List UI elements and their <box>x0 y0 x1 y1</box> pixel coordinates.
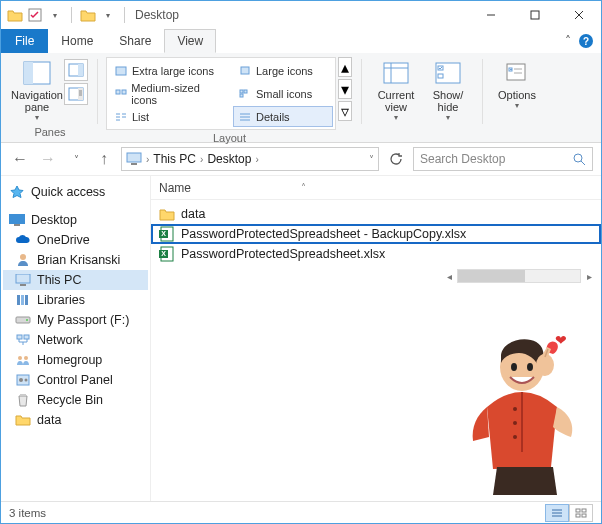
svg-point-36 <box>18 356 22 360</box>
svg-text:X: X <box>161 250 166 257</box>
nav-controlpanel[interactable]: Control Panel <box>3 370 148 390</box>
nav-onedrive[interactable]: OneDrive <box>3 230 148 250</box>
search-input[interactable]: Search Desktop <box>413 147 593 171</box>
user-icon <box>15 253 31 267</box>
svg-point-52 <box>513 407 517 411</box>
crumb-thispc[interactable]: This PC <box>153 152 196 166</box>
svg-rect-12 <box>240 90 243 93</box>
svg-point-50 <box>511 363 517 371</box>
back-button[interactable]: ← <box>9 148 31 170</box>
nav-thispc[interactable]: This PC <box>3 270 148 290</box>
svg-rect-8 <box>116 67 126 75</box>
crumb-desktop[interactable]: Desktop <box>207 152 251 166</box>
nav-data[interactable]: data <box>3 410 148 430</box>
minimize-button[interactable] <box>469 1 513 29</box>
desktop-icon <box>9 213 25 227</box>
assistant-character: ❤ <box>437 317 597 497</box>
chevron-down-icon[interactable]: ▾ <box>47 7 63 23</box>
file-row-folder[interactable]: data <box>151 204 601 224</box>
svg-point-49 <box>500 343 544 391</box>
layout-expand[interactable]: ▿ <box>338 101 352 121</box>
svg-point-26 <box>20 254 26 260</box>
svg-rect-30 <box>21 295 24 305</box>
nav-drive[interactable]: My Passport (F:) <box>3 310 148 330</box>
svg-point-23 <box>574 154 582 162</box>
layout-medium[interactable]: Medium-sized icons <box>109 83 229 104</box>
svg-point-55 <box>536 354 554 376</box>
svg-rect-59 <box>582 514 586 517</box>
layout-list[interactable]: List <box>109 106 229 127</box>
column-header-name[interactable]: Name ˄ <box>151 176 601 200</box>
svg-rect-25 <box>14 224 20 226</box>
layout-large[interactable]: Large icons <box>233 60 333 81</box>
nav-libraries[interactable]: Libraries <box>3 290 148 310</box>
tab-file[interactable]: File <box>1 29 48 53</box>
folder-icon <box>80 7 96 23</box>
libraries-icon <box>15 293 31 307</box>
svg-rect-24 <box>9 214 25 224</box>
file-row-xlsx-backup[interactable]: X PasswordProtectedSpreadsheet - BackupC… <box>151 224 601 244</box>
svg-rect-19 <box>507 64 525 80</box>
star-icon <box>9 185 25 199</box>
tab-share[interactable]: Share <box>106 29 164 53</box>
help-icon[interactable]: ? <box>579 34 593 48</box>
chevron-down-icon[interactable]: ▾ <box>100 7 116 23</box>
properties-icon[interactable] <box>27 7 43 23</box>
show-hide-icon <box>432 59 464 87</box>
layout-details[interactable]: Details <box>233 106 333 127</box>
navigation-pane-button[interactable]: Navigation pane ▾ <box>11 57 63 124</box>
svg-rect-57 <box>582 509 586 512</box>
address-dropdown[interactable]: ˅ <box>369 154 374 165</box>
layout-scroll-up[interactable]: ▴ <box>338 57 352 77</box>
nav-network[interactable]: Network <box>3 330 148 350</box>
up-button[interactable]: ↑ <box>93 148 115 170</box>
layout-small[interactable]: Small icons <box>233 83 333 104</box>
nav-homegroup[interactable]: Homegroup <box>3 350 148 370</box>
show-hide-button[interactable]: Show/ hide ▾ <box>422 57 474 124</box>
nav-desktop[interactable]: Desktop <box>3 210 148 230</box>
preview-pane-button[interactable] <box>64 59 88 81</box>
collapse-ribbon-icon[interactable]: ˄ <box>565 34 571 48</box>
nav-user[interactable]: Brian Krisanski <box>3 250 148 270</box>
excel-icon: X <box>159 246 175 262</box>
tab-view[interactable]: View <box>164 29 216 53</box>
network-icon <box>15 333 31 347</box>
file-row-xlsx[interactable]: X PasswordProtectedSpreadsheet.xlsx <box>151 244 601 264</box>
svg-point-33 <box>26 319 28 321</box>
nav-quick-access[interactable]: Quick access <box>3 182 148 202</box>
controlpanel-icon <box>15 373 31 387</box>
options-icon <box>501 59 533 87</box>
sort-indicator-icon: ˄ <box>301 182 306 193</box>
navigation-pane[interactable]: Quick access Desktop OneDrive Brian Kris… <box>1 176 151 501</box>
maximize-button[interactable] <box>513 1 557 29</box>
scroll-thumb[interactable] <box>458 270 525 282</box>
nav-recyclebin[interactable]: Recycle Bin <box>3 390 148 410</box>
forward-button[interactable]: → <box>37 148 59 170</box>
pc-icon <box>126 152 142 166</box>
svg-rect-58 <box>576 514 580 517</box>
svg-rect-5 <box>78 64 83 76</box>
view-thumbnails-button[interactable] <box>569 504 593 522</box>
layout-extra-large[interactable]: Extra large icons <box>109 60 229 81</box>
scroll-left[interactable]: ◂ <box>441 269 457 283</box>
svg-rect-1 <box>531 11 539 19</box>
close-button[interactable] <box>557 1 601 29</box>
scroll-right[interactable]: ▸ <box>581 269 597 283</box>
layout-scroll-down[interactable]: ▾ <box>338 79 352 99</box>
horizontal-scrollbar[interactable]: ◂ ▸ <box>151 268 601 284</box>
svg-text:❤: ❤ <box>555 332 567 348</box>
current-view-button[interactable]: Current view ▾ <box>370 57 422 124</box>
svg-rect-31 <box>25 295 28 305</box>
details-pane-button[interactable] <box>64 83 88 105</box>
svg-point-39 <box>19 378 23 382</box>
svg-rect-15 <box>384 63 408 83</box>
folder-icon <box>7 7 23 23</box>
svg-rect-27 <box>16 274 30 283</box>
options-button[interactable]: Options ▾ <box>491 57 543 112</box>
current-view-icon <box>380 59 412 87</box>
view-details-button[interactable] <box>545 504 569 522</box>
tab-home[interactable]: Home <box>48 29 106 53</box>
refresh-button[interactable] <box>385 148 407 170</box>
breadcrumb[interactable]: › This PC › Desktop › ˅ <box>121 147 379 171</box>
recent-locations[interactable]: ˅ <box>65 148 87 170</box>
